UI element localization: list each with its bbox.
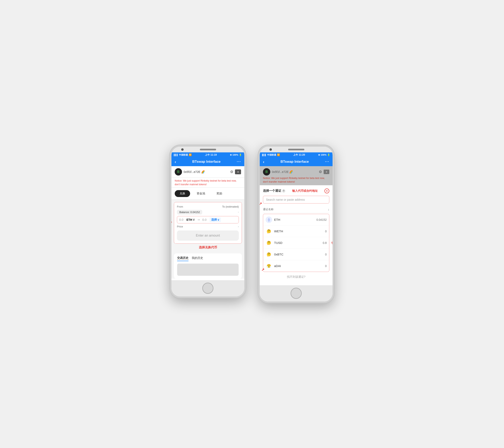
token-item-0xbtc[interactable]: 🤔 0xBTC 0 [263,249,329,260]
token-list-header: 通证名称 ↓ [263,206,329,213]
status-bar-right: ▌▌▌ 中国联通 🛜 上午 11:20 ⊕ 100% 🔋 [260,152,333,158]
phone-bottom-bar-right [260,285,333,302]
tab-rewards-left[interactable]: 奖励 [212,190,227,197]
swap-input-row: 0.0 ETH ∨ → 0.0 选择 ∨ [177,216,239,223]
nav-title-right: BTswap Interface [281,160,309,164]
bg-address-bar: B 0x5f1f...e72E 🌈 ⚙ ≡ Notice: We just su… [260,166,333,185]
gps-icon-left: ⊕ [230,154,232,156]
token-item-adai[interactable]: 😤 aDAI 0 [263,260,329,272]
token-balance-adai: 0 [325,264,327,268]
arrow-indicator-2: ↗ [170,220,172,225]
nav-bar-right: ‹ BTswap Interface ··· [260,158,333,166]
gps-icon-right: ⊕ [318,154,320,156]
from-to-labels: From To (estimated) [177,205,239,208]
arrow-indicator-1: ↗ [170,221,171,226]
tab-pool-left[interactable]: 资金池 [192,190,210,197]
token-name-0xbtc: 0xBTC [274,253,325,256]
history-tab-mine[interactable]: 我的历史 [192,256,203,261]
home-button-right[interactable] [290,288,302,299]
signal-icon: ▌▌▌ [174,154,178,156]
left-phone: ▌▌▌ 中国联通 🛜 上午 11:19 ⊕ 100% 🔋 ‹ BTswap In… [170,145,246,298]
battery-icon-left: 🔋 [239,154,242,156]
camera-left [181,148,184,151]
wifi-icon-right: 🛜 [277,153,280,156]
swap-form-wrapper: From To (estimated) Balance: 0.04152 - 0… [174,202,242,244]
modal-title: 选择一个通证 ? [263,189,285,193]
swap-input-row-wrapper: 0.0 ETH ∨ → 0.0 选择 ∨ [177,216,239,223]
back-button-left[interactable]: ‹ [175,160,176,164]
back-button-right[interactable]: ‹ [263,160,264,164]
modal-header: 选择一个通证 ? 输入代币或合约地址 ✕ [263,188,329,193]
battery-left: 100% [233,154,238,156]
token-search-box[interactable]: Search name or paste address [263,196,329,203]
dash-text: - [238,210,239,214]
notice-text-left: Notice: We just support Rinkeby testnet … [175,179,241,186]
history-placeholder [177,264,239,276]
more-button-left[interactable]: ··· [237,160,241,164]
status-left-right: ▌▌▌ 中国联通 🛜 [262,153,280,156]
address-value-left: 0x5f1f...e72E [184,170,200,174]
swap-arrow-icon: → [196,218,201,222]
tab-swap-left[interactable]: 兑换 [175,190,190,197]
token-balance-0xbtc: 0 [325,253,327,256]
speaker-right [288,149,304,150]
to-token-select[interactable]: 选择 ∨ [210,217,221,222]
bg-address-text: 0x5f1f...e72E 🌈 [272,170,317,174]
modal-overlay: B 0x5f1f...e72E 🌈 ⚙ ≡ Notice: We just su… [260,166,333,285]
phone-top-bar-left [171,147,244,152]
phone-top-bar-right [260,147,333,152]
not-found-text[interactable]: 找不到该通证? [263,272,329,282]
swap-form: From To (estimated) Balance: 0.04152 - 0… [174,202,242,244]
token-name-tusd: TUSD [274,241,323,245]
screen-left: B 0x5f1f...e72E 🌈 ⚙ ≡ Notice: We just su… [171,166,244,279]
wifi-icon-left: 🛜 [189,153,192,156]
gear-icon-left[interactable]: ⚙ [230,170,233,174]
menu-icon-left[interactable]: ≡ [235,169,241,174]
btswap-logo-right: B [263,168,270,176]
price-value: - [238,225,239,228]
signal-icon-right: ▌▌▌ [262,154,266,156]
from-label: From [177,205,183,208]
token-name-adai: aDAI [274,264,325,268]
carrier-text-right: 中国联通 [267,153,276,156]
token-item-eth[interactable]: ⟠ ETH 0.04152 [263,214,329,226]
token-icon-0xbtc: 🤔 [266,251,272,258]
token-balance-eth: 0.04152 [316,218,327,221]
modal-title-text: 选择一个通证 [263,189,281,193]
close-modal-button[interactable]: ✕ [324,188,329,193]
question-icon[interactable]: ? [282,189,285,193]
token-icon-adai: 😤 [266,263,272,269]
token-icon-tusd: 🤔 [266,240,272,246]
from-amount-left[interactable]: 0.0 [179,218,185,221]
more-button-right[interactable]: ··· [325,160,329,164]
status-bar-left: ▌▌▌ 中国联通 🛜 上午 11:19 ⊕ 100% 🔋 [171,152,244,158]
token-icon-eth: ⟠ [266,216,272,223]
rainbow-icon-right: 🌈 [289,170,293,174]
battery-icon-right: 🔋 [327,154,330,156]
sort-icon[interactable]: ↓ [328,208,329,211]
history-tab-transactions[interactable]: 交易历史 [177,256,188,261]
balance-badge: Balance: 0.04152 [177,210,202,215]
token-list: ⟠ ETH 0.04152 🤔 WETH 0 🤔 TUSD 0. [263,214,329,272]
history-tabs: 交易历史 我的历史 [177,256,239,261]
enter-amount-button: Enter an amount [177,231,239,241]
main-container: ▌▌▌ 中国联通 🛜 上午 11:19 ⊕ 100% 🔋 ‹ BTswap In… [170,145,334,303]
battery-right: 100% [321,154,326,156]
token-item-weth[interactable]: 🤔 WETH 0 [263,226,329,237]
token-balance-tusd: 0.8 [323,241,327,245]
price-label: Price [177,225,183,228]
btswap-logo-left: B [175,168,182,176]
token-list-wrapper: ⟠ ETH 0.04152 🤔 WETH 0 🤔 TUSD 0. [263,214,329,272]
phone-bottom-bar-left [171,280,244,296]
time-left: 上午 11:19 [205,153,217,157]
token-icon-weth: 🤔 [266,228,272,234]
select-label: 选择 [211,218,217,222]
from-token-select[interactable]: ETH ∨ [186,218,195,222]
bg-notice: Notice: We just support Rinkeby testnet … [263,176,329,184]
home-button-left[interactable] [202,283,214,294]
status-right-right: ⊕ 100% 🔋 [318,154,330,156]
status-left-left: ▌▌▌ 中国联通 🛜 [174,153,192,156]
token-modal: 选择一个通证 ? 输入代币或合约地址 ✕ Search name or past… [260,185,333,285]
to-amount-left: 0.0 [202,218,208,221]
token-item-tusd[interactable]: 🤔 TUSD 0.8 [263,237,329,249]
